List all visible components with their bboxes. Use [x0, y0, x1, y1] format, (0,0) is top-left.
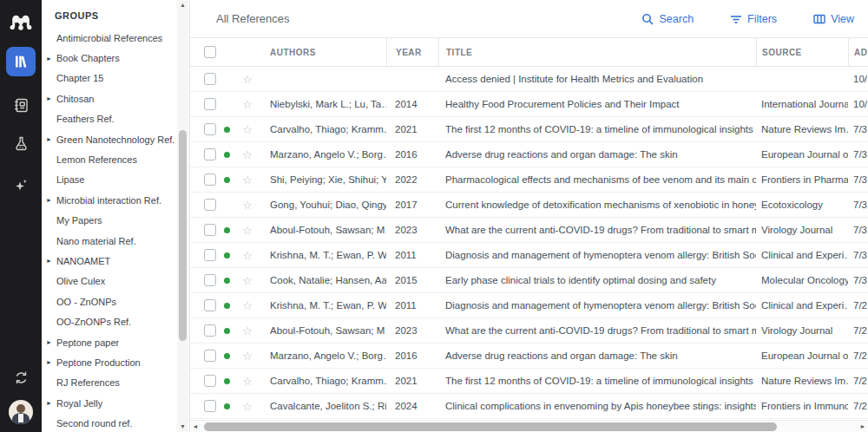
sidebar-scrollbar-thumb[interactable] [179, 130, 187, 341]
expand-arrow-icon[interactable]: ► [46, 258, 56, 264]
sidebar-group-item[interactable]: ► OO - ZnONPs [42, 291, 177, 311]
favorite-star-icon[interactable]: ☆ [242, 325, 253, 337]
column-header-source[interactable]: SOURCE [756, 38, 848, 67]
favorite-star-icon[interactable]: ☆ [242, 99, 253, 110]
row-checkbox[interactable] [204, 274, 216, 286]
sidebar-group-item[interactable]: ► NANOAMET [42, 251, 177, 271]
scroll-up-arrow-icon[interactable]: ▲ [177, 0, 188, 10]
column-header-authors[interactable]: AUTHORS [258, 38, 386, 67]
favorite-star-icon[interactable]: ☆ [242, 300, 253, 311]
cell-added: 7/3 [848, 225, 868, 235]
table-row[interactable]: ☆ Aboul-Fotouh, Sawsan; M… 2023 What are… [190, 218, 868, 243]
sidebar-group-item[interactable]: ► Second round ref. [42, 413, 177, 432]
sidebar-group-item[interactable]: ► Microbial interaction Ref. [42, 190, 177, 210]
filters-button[interactable]: Filters [730, 13, 777, 25]
row-checkbox[interactable] [204, 173, 216, 186]
row-checkbox[interactable] [204, 350, 216, 362]
table-row[interactable]: ☆ Krishna, M. T.; Ewan, P. W… 2011 Diagn… [190, 293, 868, 318]
table-row[interactable]: ☆ Cavalcante, Joeliton S.; Ri… 2024 Clin… [190, 394, 868, 419]
experiments-nav-button[interactable] [6, 128, 36, 158]
sidebar-group-item[interactable]: ► Peptone paper [42, 332, 177, 352]
sidebar-group-item[interactable]: ► OO-ZnONPs Ref. [42, 311, 177, 331]
table-row[interactable]: ☆ Aboul-Fotouh, Sawsan; M… 2023 What are… [190, 318, 868, 344]
scroll-down-arrow-icon[interactable]: ▼ [177, 422, 188, 432]
sidebar-group-item[interactable]: ► Chapter 15 [42, 69, 177, 88]
scroll-right-arrow-icon[interactable]: ► [858, 421, 868, 432]
favorite-star-icon[interactable]: ☆ [242, 149, 253, 160]
group-label: Antimicrobial References [56, 33, 162, 43]
sidebar-group-item[interactable]: ► Lemon References [42, 149, 177, 169]
table-row[interactable]: ☆ Marzano, Angelo V.; Borg… 2016 Adverse… [190, 142, 868, 167]
column-header-title[interactable]: TITLE [438, 38, 756, 67]
sidebar-group-item[interactable]: ► Olive Culex [42, 272, 177, 291]
table-row[interactable]: ☆ Carvalho, Thiago; Kramm… 2021 The firs… [190, 117, 868, 142]
favorite-star-icon[interactable]: ☆ [242, 200, 253, 211]
column-header-year[interactable]: YEAR [386, 38, 438, 67]
table-row[interactable]: ☆ Cook, Natalie; Hansen, Aa… 2015 Early … [190, 268, 868, 293]
favorite-star-icon[interactable]: ☆ [242, 275, 253, 286]
favorite-star-icon[interactable]: ☆ [242, 124, 253, 135]
favorite-star-icon[interactable]: ☆ [242, 225, 253, 236]
sidebar-group-item[interactable]: ► Chitosan [42, 88, 177, 108]
sidebar-group-item[interactable]: ► My Papers [42, 211, 177, 231]
group-label: Chapter 15 [56, 73, 103, 83]
expand-arrow-icon[interactable]: ► [46, 359, 56, 365]
cell-authors: Cook, Natalie; Hansen, Aa… [258, 275, 386, 285]
table-row[interactable]: ☆ Krishna, M. T.; Ewan, P. W… 2011 Diagn… [190, 243, 868, 268]
horizontal-scrollbar[interactable]: ◄ ► [190, 420, 868, 432]
expand-arrow-icon[interactable]: ► [46, 400, 56, 406]
row-checkbox[interactable] [204, 224, 216, 236]
expand-arrow-icon[interactable]: ► [46, 95, 56, 101]
expand-arrow-icon[interactable]: ► [46, 197, 56, 203]
table-row[interactable]: ☆ Marzano, Angelo V.; Borg… 2016 Adverse… [190, 344, 868, 369]
table-row[interactable]: ☆ Niebylski, Mark L.; Lu, Ta… 2014 Healt… [190, 92, 868, 117]
expand-arrow-icon[interactable]: ► [46, 339, 56, 345]
favorite-star-icon[interactable]: ☆ [242, 401, 253, 412]
sidebar-group-item[interactable]: ► Royal Jelly [42, 393, 177, 413]
sidebar-group-item[interactable]: ► Peptone Production [42, 352, 177, 372]
row-checkbox[interactable] [204, 324, 216, 337]
row-checkbox[interactable] [204, 98, 216, 110]
user-avatar[interactable] [6, 397, 36, 427]
sidebar-group-item[interactable]: ► Green Nanotechnology Ref. [42, 129, 177, 149]
row-checkbox[interactable] [204, 148, 216, 160]
ai-sparkle-nav-button[interactable] [6, 170, 36, 200]
row-checkbox[interactable] [204, 299, 216, 311]
sidebar-scrollbar[interactable]: ▲ ▼ [177, 0, 188, 432]
sidebar-group-item[interactable]: ► Nano material Ref. [42, 231, 177, 251]
view-columns-icon [813, 13, 825, 25]
search-button[interactable]: Search [641, 13, 694, 25]
favorite-star-icon[interactable]: ☆ [242, 174, 253, 186]
row-checkbox[interactable] [204, 199, 216, 211]
row-checkbox[interactable] [204, 400, 216, 412]
row-checkbox[interactable] [204, 123, 216, 135]
sync-button[interactable] [6, 363, 36, 392]
sidebar-group-item[interactable]: ► Feathers Ref. [42, 109, 177, 129]
favorite-star-icon[interactable]: ☆ [242, 250, 253, 261]
notebook-nav-button[interactable] [6, 90, 36, 120]
view-button[interactable]: View [813, 13, 854, 25]
sidebar-group-item[interactable]: ► RJ References [42, 373, 177, 393]
favorite-star-icon[interactable]: ☆ [242, 376, 253, 387]
expand-arrow-icon[interactable]: ► [46, 136, 56, 142]
sparkle-icon [13, 177, 30, 193]
column-header-added[interactable]: ADDED [848, 38, 868, 67]
favorite-star-icon[interactable]: ☆ [242, 74, 253, 85]
table-row[interactable]: ☆ Access denied | Institute for Health M… [190, 67, 868, 92]
scroll-left-arrow-icon[interactable]: ◄ [190, 421, 201, 432]
sidebar-group-item[interactable]: ► Lipase [42, 170, 177, 190]
view-label: View [831, 13, 854, 25]
row-checkbox[interactable] [204, 375, 216, 387]
row-checkbox[interactable] [204, 249, 216, 261]
sidebar-group-item[interactable]: ► Book Chapters [42, 48, 177, 68]
library-nav-button[interactable] [6, 47, 36, 76]
table-row[interactable]: ☆ Shi, Peiying; Xie, Shihui; Y… 2022 Pha… [190, 167, 868, 193]
table-row[interactable]: ☆ Carvalho, Thiago; Kramm… 2021 The firs… [190, 369, 868, 394]
favorite-star-icon[interactable]: ☆ [242, 350, 253, 362]
row-checkbox[interactable] [204, 73, 216, 85]
horizontal-scrollbar-thumb[interactable] [204, 422, 777, 431]
sidebar-group-item[interactable]: ► Antimicrobial References [42, 28, 177, 48]
table-row[interactable]: ☆ Gong, Youhui; Diao, Qingy… 2017 Curren… [190, 193, 868, 218]
select-all-checkbox[interactable] [204, 46, 216, 58]
expand-arrow-icon[interactable]: ► [46, 56, 56, 62]
